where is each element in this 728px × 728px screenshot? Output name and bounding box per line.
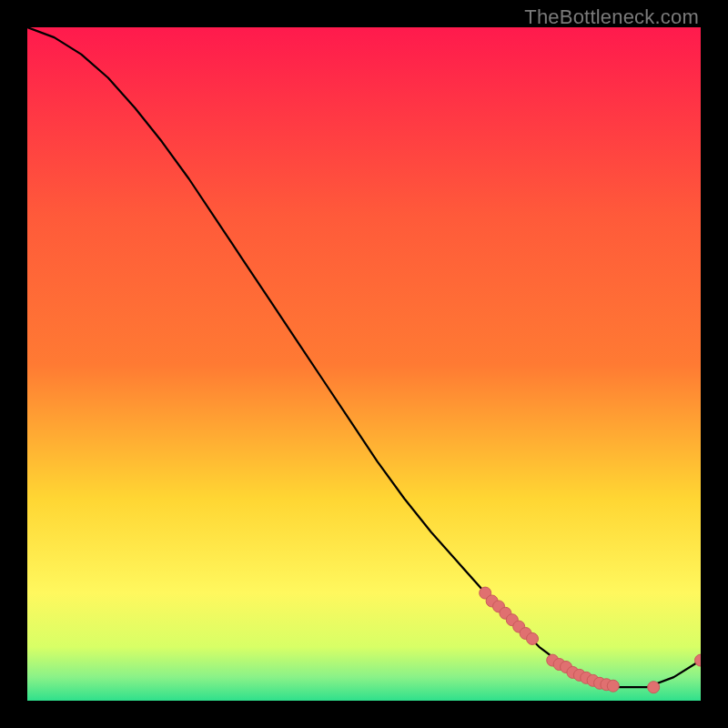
plot-area	[27, 27, 701, 701]
watermark-text: TheBottleneck.com	[524, 5, 699, 29]
data-point	[607, 680, 619, 692]
chart-svg	[27, 27, 701, 701]
svg-rect-0	[27, 27, 701, 701]
chart-frame: TheBottleneck.com	[0, 0, 728, 728]
data-point	[648, 682, 660, 693]
data-point	[527, 632, 539, 644]
